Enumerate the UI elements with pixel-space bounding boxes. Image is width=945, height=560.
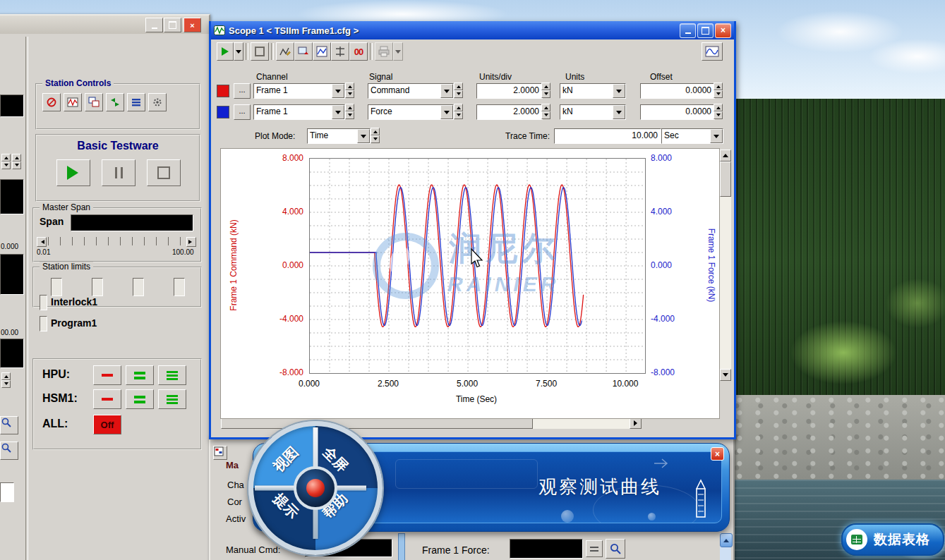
trace-time-units-select[interactable]: Sec xyxy=(661,128,723,144)
run-button[interactable] xyxy=(56,159,90,186)
units1-select[interactable]: kN xyxy=(560,83,626,99)
meters-button[interactable] xyxy=(42,93,61,111)
limits-button[interactable] xyxy=(586,540,603,557)
scroll-right-button[interactable] xyxy=(630,418,642,429)
channel2-browse-button[interactable]: ... xyxy=(234,104,251,120)
channel1-browse-button[interactable]: ... xyxy=(234,83,251,99)
wheel-view-button[interactable]: 视图 xyxy=(269,443,302,476)
export-button[interactable] xyxy=(294,42,313,61)
span-slider[interactable] xyxy=(48,237,183,245)
offset1-field[interactable]: 0.0000 xyxy=(640,83,715,99)
unitsdiv2-spinner[interactable] xyxy=(541,104,550,119)
stop-button[interactable] xyxy=(147,159,181,186)
spin-up-icon[interactable] xyxy=(1,372,11,380)
offset2-spinner[interactable] xyxy=(714,104,723,119)
scope-vertical-scrollbar[interactable] xyxy=(720,150,731,381)
spinner[interactable] xyxy=(1,372,11,388)
channel2-select[interactable]: Frame 1 xyxy=(253,104,345,120)
hsm-low-button[interactable] xyxy=(126,389,154,409)
hold-button[interactable] xyxy=(102,159,136,186)
signal2-spinner[interactable] xyxy=(454,104,463,119)
scrollbar-thumb[interactable] xyxy=(221,418,533,429)
tutorial-nav-wheel[interactable]: 视图 全屏 提示 帮助 xyxy=(248,421,383,555)
hsm-off-button[interactable] xyxy=(93,389,121,409)
banner-close-button[interactable]: × xyxy=(711,447,724,461)
wheel-center-button[interactable] xyxy=(294,466,337,510)
zoom-tool-button[interactable] xyxy=(0,416,18,434)
scroll-up-button[interactable] xyxy=(720,533,733,547)
print-options-dropdown[interactable] xyxy=(393,42,403,61)
scroll-down-button[interactable] xyxy=(720,369,731,381)
run-scope-button[interactable] xyxy=(217,42,234,61)
close-button[interactable]: × xyxy=(183,18,201,32)
signal-zoom-button[interactable] xyxy=(606,539,625,559)
scrollbar-vertical[interactable] xyxy=(720,533,731,560)
spin-down-icon[interactable] xyxy=(12,162,21,169)
unitsdiv1-spinner[interactable] xyxy=(541,83,550,98)
offset2-field[interactable]: 0.0000 xyxy=(640,104,715,120)
minimize-button[interactable] xyxy=(145,18,163,32)
scope-horizontal-scrollbar[interactable] xyxy=(221,418,642,429)
chevron-down-icon[interactable] xyxy=(440,105,453,119)
run-options-dropdown[interactable] xyxy=(234,42,243,61)
offset1-spinner[interactable] xyxy=(714,83,723,98)
spinner[interactable] xyxy=(1,154,11,169)
slider-right-button[interactable] xyxy=(186,237,196,247)
data-table-button[interactable]: 数据表格 xyxy=(841,523,944,556)
trace-setup-button[interactable] xyxy=(276,42,294,61)
chevron-down-icon[interactable] xyxy=(613,84,625,98)
slider-min-label: 0.01 xyxy=(37,248,50,256)
signal1-spinner[interactable] xyxy=(454,83,463,98)
chevron-down-icon[interactable] xyxy=(332,84,344,98)
signal1-select[interactable]: Command xyxy=(368,83,454,99)
pane-splitter[interactable] xyxy=(398,533,405,560)
spin-down-icon[interactable] xyxy=(1,162,11,169)
spin-up-icon[interactable] xyxy=(1,154,11,162)
spin-down-icon[interactable] xyxy=(1,380,11,388)
chart-view-button[interactable] xyxy=(313,42,331,61)
maximize-button[interactable] xyxy=(164,18,181,32)
all-off-button[interactable]: Off xyxy=(93,415,121,434)
channel1-select[interactable]: Frame 1 xyxy=(253,83,345,99)
zero-display-button[interactable]: 00 xyxy=(349,42,368,61)
spinner[interactable] xyxy=(12,154,21,169)
scope-titlebar[interactable]: Scope 1 < TSIIm Frame1.cfg > × xyxy=(211,21,734,39)
chevron-down-icon[interactable] xyxy=(710,129,723,143)
chevron-down-icon[interactable] xyxy=(613,105,625,119)
slider-left-button[interactable] xyxy=(37,237,47,247)
plot-mode-spinner[interactable] xyxy=(371,128,380,143)
print-button[interactable] xyxy=(375,42,393,61)
hpu-off-button[interactable] xyxy=(93,365,121,385)
minimize-button[interactable] xyxy=(680,23,696,38)
units2-select[interactable]: kN xyxy=(560,104,626,120)
unitsdiv1-field[interactable]: 2.0000 xyxy=(476,83,543,99)
chevron-down-icon[interactable] xyxy=(440,84,453,98)
chevron-down-icon[interactable] xyxy=(332,105,344,119)
auto-offset-button[interactable] xyxy=(106,93,124,111)
plot-mode-select[interactable]: Time xyxy=(307,128,371,144)
trace-time-field[interactable]: 10.000 xyxy=(554,128,661,144)
channel1-spinner[interactable] xyxy=(345,83,354,98)
station-window-titlebar[interactable]: × xyxy=(0,16,209,34)
pan-tool-button[interactable] xyxy=(0,442,18,460)
maximize-button[interactable] xyxy=(697,23,714,38)
hpu-low-button[interactable] xyxy=(126,365,154,385)
signal-list-button[interactable] xyxy=(702,42,723,61)
hpu-high-button[interactable] xyxy=(158,365,186,385)
window-tool-button[interactable] xyxy=(213,446,227,460)
stop-scope-button[interactable] xyxy=(251,42,269,61)
close-button[interactable]: × xyxy=(715,23,731,38)
chevron-down-icon[interactable] xyxy=(357,129,370,143)
tools-button[interactable] xyxy=(148,93,167,111)
scope-button[interactable] xyxy=(64,93,82,111)
readouts-button[interactable] xyxy=(127,93,145,111)
channel2-spinner[interactable] xyxy=(345,104,354,119)
displays-button[interactable] xyxy=(85,93,103,111)
spin-up-icon[interactable] xyxy=(12,154,21,162)
unitsdiv2-field[interactable]: 2.0000 xyxy=(476,104,543,120)
cursor-tool-button[interactable] xyxy=(331,42,349,61)
signal2-select[interactable]: Force xyxy=(368,104,454,120)
scroll-up-button[interactable] xyxy=(720,150,731,162)
scrollbar-thumb[interactable] xyxy=(720,162,731,197)
hsm-high-button[interactable] xyxy=(158,389,186,409)
